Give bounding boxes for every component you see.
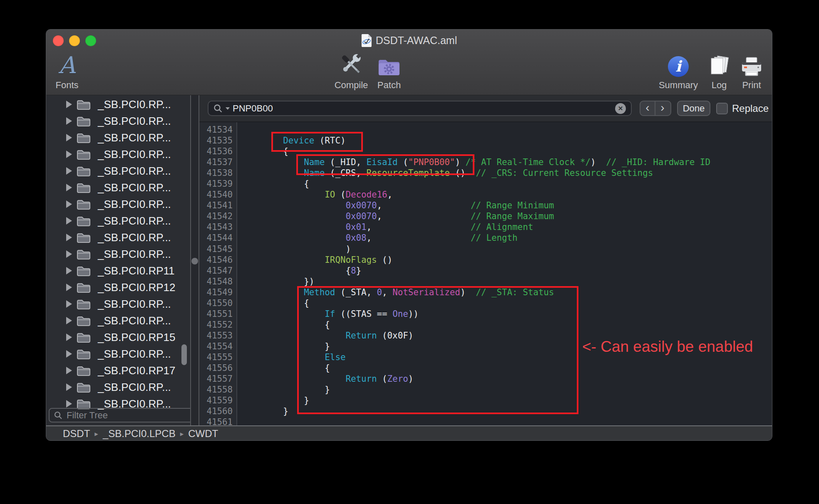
disclosure-triangle-icon[interactable]: [66, 217, 72, 225]
toolbar-item-compile[interactable]: Compile: [335, 50, 368, 91]
code-text: IO (Decode16,: [236, 189, 392, 200]
tree-item-label: _SB.PCI0.RP...: [98, 198, 171, 211]
annotation-box-sta-method: [297, 286, 578, 414]
disclosure-triangle-icon[interactable]: [66, 167, 72, 175]
line-number: 41557: [199, 373, 236, 384]
folder-icon: [77, 315, 91, 326]
disclosure-triangle-icon[interactable]: [66, 267, 72, 274]
tree-item[interactable]: _SB.PCI0.RP15: [46, 329, 190, 346]
tree-item-label: _SB.PCI0.RP...: [98, 115, 171, 128]
folder-icon: [77, 365, 91, 376]
tree-item[interactable]: _SB.PCI0.RP...: [46, 296, 190, 312]
code-text: 0x08, // Length: [236, 232, 518, 243]
disclosure-triangle-icon[interactable]: [66, 134, 72, 141]
sidebar-tree-panel[interactable]: _SB.PCI0.RP... _SB.PCI0.RP... _SB.PCI0.R…: [46, 95, 190, 425]
disclosure-triangle-icon[interactable]: [66, 350, 72, 358]
tree-item-label: _SB.PCI0.RP12: [98, 281, 175, 294]
breadcrumb-item[interactable]: DSDT: [63, 428, 90, 440]
tree-item[interactable]: _SB.PCI0.RP...: [46, 379, 190, 395]
minimize-button[interactable]: [69, 35, 80, 46]
line-number: 41553: [199, 330, 236, 341]
line-number: 41536: [199, 146, 236, 157]
tree-item[interactable]: _SB.PCI0.RP...: [46, 146, 190, 163]
tree-item[interactable]: _SB.PCI0.RP17: [46, 362, 190, 379]
disclosure-triangle-icon[interactable]: [66, 234, 72, 241]
disclosure-triangle-icon[interactable]: [66, 383, 72, 391]
find-nav-segment: ‹ ›: [640, 101, 671, 116]
line-number: 41542: [199, 211, 236, 222]
tree-item[interactable]: _SB.PCI0.RP12: [46, 279, 190, 296]
search-input[interactable]: PNP0B00 ✕: [208, 101, 632, 116]
disclosure-triangle-icon[interactable]: [66, 101, 72, 108]
toolbar-item-print[interactable]: Print: [740, 50, 763, 91]
line-number: 41552: [199, 319, 236, 330]
disclosure-triangle-icon[interactable]: [66, 400, 72, 408]
line-number: 41545: [199, 244, 236, 254]
replace-checkbox[interactable]: [716, 103, 728, 114]
pane-splitter[interactable]: [190, 95, 199, 425]
disclosure-triangle-icon[interactable]: [66, 317, 72, 324]
breadcrumb: DSDT▸_SB.PCI0.LPCB▸CWDT: [63, 428, 218, 440]
code-line: 41544 0x08, // Length: [199, 232, 772, 243]
splitter-dimple-icon[interactable]: [191, 258, 198, 264]
toolbar-item-fonts[interactable]: A Fonts: [55, 50, 78, 91]
sidebar-scrollbar-thumb[interactable]: [181, 344, 187, 365]
disclosure-triangle-icon[interactable]: [66, 151, 72, 158]
breadcrumb-item[interactable]: _SB.PCI0.LPCB: [103, 428, 176, 440]
tree-item-label: _SB.PCI0.RP...: [98, 348, 171, 361]
done-button[interactable]: Done: [677, 101, 710, 116]
tree-item[interactable]: _SB.PCI0.RP...: [46, 312, 190, 329]
code-text: 0x0070, // Range Maximum: [236, 211, 554, 222]
toolbar-item-log[interactable]: Log: [707, 50, 731, 91]
toolbar-label-summary: Summary: [659, 80, 698, 91]
tree-item[interactable]: _SB.PCI0.RP...: [46, 179, 190, 196]
tree-item[interactable]: _SB.PCI0.RP...: [46, 212, 190, 229]
disclosure-triangle-icon[interactable]: [66, 184, 72, 191]
breadcrumb-item[interactable]: CWDT: [188, 428, 218, 440]
search-query[interactable]: PNP0B00: [233, 103, 612, 114]
find-previous-button[interactable]: ‹: [640, 101, 655, 115]
line-number: 41547: [199, 265, 236, 276]
disclosure-triangle-icon[interactable]: [66, 284, 72, 291]
tree-item[interactable]: _SB.PCI0.RP...: [46, 96, 190, 113]
tree-item[interactable]: _SB.PCI0.RP...: [46, 113, 190, 129]
patch-icon: [377, 58, 401, 78]
disclosure-triangle-icon[interactable]: [66, 367, 72, 374]
clear-search-button[interactable]: ✕: [615, 103, 626, 114]
code-line: 41538 Name (_CRS, ResourceTemplate () //…: [199, 168, 772, 178]
tree-item[interactable]: _SB.PCI0.RP...: [46, 229, 190, 246]
code-text: }): [236, 276, 314, 287]
fonts-icon: A: [59, 53, 75, 78]
summary-icon: i: [667, 55, 690, 78]
breadcrumb-separator-icon: ▸: [180, 430, 184, 438]
tree-item[interactable]: _SB.PCI0.RP...: [46, 129, 190, 146]
tree-item[interactable]: _SB.PCI0.RP...: [46, 196, 190, 212]
disclosure-triangle-icon[interactable]: [66, 117, 72, 125]
filter-tree-field[interactable]: Filter Tree: [49, 408, 190, 422]
toolbar-item-patch[interactable]: Patch: [377, 50, 401, 91]
find-next-button[interactable]: ›: [655, 101, 670, 115]
tree-item[interactable]: _SB.PCI0.RP...: [46, 346, 190, 362]
line-number: 41537: [199, 157, 236, 168]
tree-item[interactable]: _SB.PCI0.RP11: [46, 262, 190, 279]
toolbar-item-summary[interactable]: i Summary: [659, 50, 698, 91]
line-number: 41561: [199, 417, 236, 425]
titlebar[interactable]: DSDT-AWAC.aml: [46, 30, 772, 49]
line-number: 41549: [199, 287, 236, 298]
disclosure-triangle-icon[interactable]: [66, 334, 72, 341]
search-scope-chevron-icon[interactable]: [226, 107, 230, 110]
close-button[interactable]: [53, 35, 64, 46]
code-text: {8}: [236, 265, 361, 276]
tree-item[interactable]: _SB.PCI0.RP...: [46, 163, 190, 179]
disclosure-triangle-icon[interactable]: [66, 300, 72, 308]
tree-item-label: _SB.PCI0.RP...: [98, 248, 171, 261]
code-editor[interactable]: 41534 41535 Device (RTC) 41536 { 41537 N…: [199, 122, 772, 425]
folder-icon: [77, 232, 91, 243]
line-number: 41546: [199, 254, 236, 265]
zoom-button[interactable]: [85, 35, 96, 46]
disclosure-triangle-icon[interactable]: [66, 200, 72, 208]
disclosure-triangle-icon[interactable]: [66, 250, 72, 258]
line-number: 41543: [199, 222, 236, 232]
code-line: 41543 0x01, // Alignment: [199, 222, 772, 232]
tree-item[interactable]: _SB.PCI0.RP...: [46, 246, 190, 262]
